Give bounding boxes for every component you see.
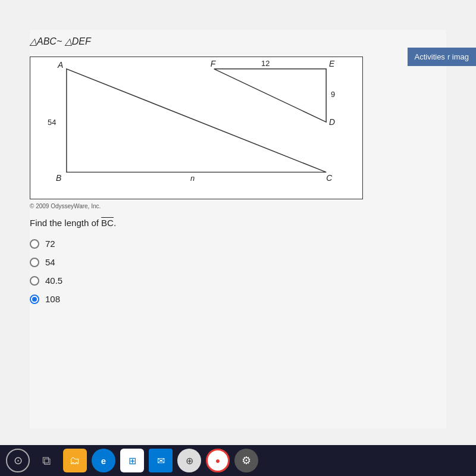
option-72[interactable]: 72 [30,239,446,249]
label-E: E [329,59,335,68]
svg-marker-0 [67,69,326,173]
label-A: A [57,60,63,70]
diagram-svg: A B C F E D 54 12 9 n [30,57,362,199]
radio-108[interactable] [30,295,39,304]
radio-40.5[interactable] [30,276,39,286]
activities-button[interactable]: Activities r imag [408,48,476,66]
option-40.5-label: 40.5 [45,275,62,286]
settings-button[interactable]: ⚙ [234,449,258,472]
question-prefix: Find the length of [30,218,101,228]
option-72-label: 72 [45,239,55,249]
label-B: B [56,173,61,183]
radio-54[interactable] [30,258,39,267]
edge-browser-button[interactable]: e [92,449,115,472]
file-explorer-button[interactable]: 🗂 [63,449,87,472]
task-view-button[interactable]: ⧉ [35,449,58,472]
svg-marker-1 [214,69,326,122]
label-D: D [329,117,335,127]
segment-label: BC [101,218,114,228]
side-DE-label: 9 [331,90,335,99]
option-54-label: 54 [45,257,55,267]
option-108-label: 108 [45,294,60,304]
mail-button[interactable]: ✉ [149,449,173,472]
answer-options: 72 54 40.5 108 [30,239,446,304]
main-content: △ABC~ △DEF A B C F E D 54 12 9 n [30,30,446,428]
copyright-text: © 2009 OdysseyWare, Inc. [30,203,446,209]
side-AB-label: 54 [48,118,56,127]
geometry-diagram: A B C F E D 54 12 9 n [30,57,363,199]
windows-button[interactable]: ⊙ [6,449,30,472]
imac-label: r imag [447,52,469,61]
radio-72[interactable] [30,239,39,249]
side-BC-label: n [190,174,195,183]
activities-label: Activities [415,52,445,61]
compass-button[interactable]: ⊕ [177,449,201,472]
option-54[interactable]: 54 [30,257,446,267]
option-40.5[interactable]: 40.5 [30,275,446,286]
question-text: Find the length of BC. [30,218,446,228]
option-108[interactable]: 108 [30,294,446,304]
label-F: F [211,59,217,68]
windows-store-button[interactable]: ⊞ [120,449,144,472]
taskbar: ⊙ ⧉ 🗂 e ⊞ ✉ ⊕ ● ⚙ [0,445,476,476]
label-C: C [326,173,333,183]
question-period: . [114,218,116,228]
chrome-button[interactable]: ● [206,449,230,472]
side-FE-label: 12 [261,59,270,68]
triangle-similarity-label: △ABC~ △DEF [30,36,446,47]
